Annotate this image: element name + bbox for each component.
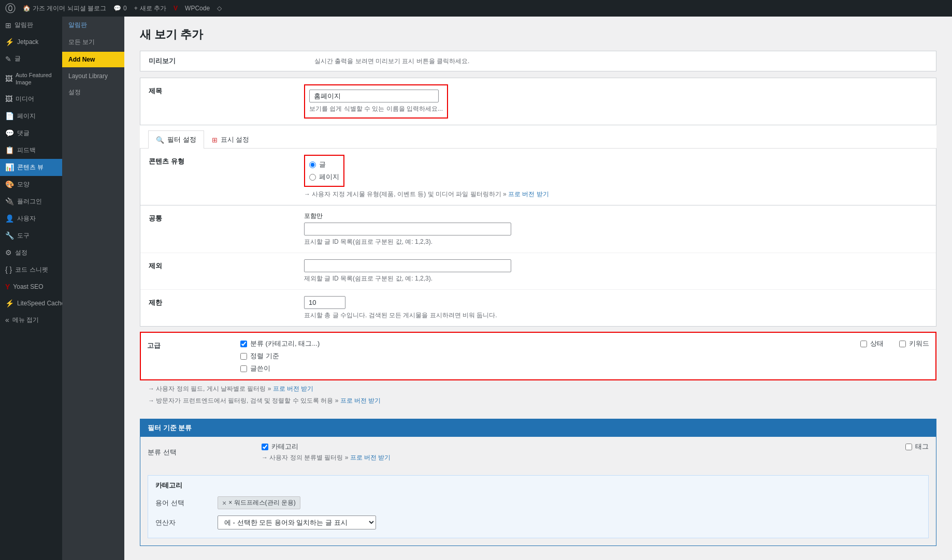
term-label: 용어 선택: [155, 498, 218, 508]
tab-display-settings[interactable]: ⊞ 표시 설정: [204, 130, 257, 149]
sidebar-item-collapse[interactable]: « 메뉴 접기: [0, 312, 62, 329]
content-type-post[interactable]: 글: [309, 160, 339, 169]
advanced-pro-link1[interactable]: 프로 버전 받기: [273, 385, 314, 392]
include-row: 공통 포함만 표시할 글 ID 목록(쉼표로 구분된 값, 예: 1,2,3).: [140, 205, 936, 253]
main-content: 새 보기 추가 미리보기 실시간 출력을 보려면 미리보기 표시 버튼을 클릭하…: [124, 17, 952, 560]
main-sidebar: ⊞ 알림판 ⚡ Jetpack ✎ 글 🖼 Auto Featured Imag…: [0, 17, 62, 560]
exclude-row: 제외 제외할 글 ID 목록(쉼표로 구분된 값, 예: 1,2,3).: [140, 253, 936, 290]
filter-tabs: 🔍 필터 설정 ⊞ 표시 설정: [140, 125, 936, 149]
limit-hint: 표시할 총 글 수입니다. 검색된 모든 게시물을 표시하려면 비워 둡니다.: [304, 311, 928, 320]
exclude-hint: 제외할 글 ID 목록(쉼표로 구분된 값, 예: 1,2,3).: [304, 274, 928, 283]
sub-sidebar-item-layout-library[interactable]: Layout Library: [62, 68, 124, 84]
sidebar-item-dashboard[interactable]: ⊞ 알림판: [0, 17, 62, 34]
sidebar-item-auto-featured-image[interactable]: 🖼 Auto Featured Image: [0, 67, 62, 91]
sidebar-item-litespeed[interactable]: ⚡ LiteSpeed Cache: [0, 295, 62, 312]
title-input[interactable]: [309, 90, 439, 102]
sidebar-item-media[interactable]: 🖼 미디어: [0, 91, 62, 108]
advanced-taxonomy[interactable]: 분류 (카테고리, 태그...): [240, 339, 840, 348]
advanced-pro-hint2: → 방문자가 프런트엔드에서 필터링, 검색 및 정렬할 수 있도록 허용 » …: [148, 396, 928, 405]
pages-icon: 📄: [5, 112, 14, 120]
include-input[interactable]: [304, 223, 511, 235]
advanced-checkbox-group: 분류 (카테고리, 태그...) 정렬 기준 글쓴이: [240, 339, 840, 373]
sidebar-item-posts[interactable]: ✎ 글: [0, 50, 62, 67]
appearance-icon: 🎨: [5, 180, 14, 188]
sidebar-item-appearance[interactable]: 🎨 모양: [0, 176, 62, 193]
include-hint: 표시할 글 ID 목록(쉼표로 구분된 값, 예: 1,2,3).: [304, 238, 928, 246]
content-type-red-border: 글 페이지: [304, 155, 344, 187]
sub-sidebar-item-settings[interactable]: 설정: [62, 84, 124, 101]
auto-featured-icon: 🖼: [5, 75, 12, 83]
advanced-area: 고급 분류 (카테고리, 태그...) 정렬 기준: [140, 327, 936, 414]
category-sub-title: 카테고리: [155, 481, 921, 490]
settings-icon: ⚙: [5, 248, 12, 257]
wp-logo-icon: ⓪: [5, 2, 16, 16]
include-label: 포함만: [304, 212, 928, 220]
yoast-link[interactable]: V: [174, 5, 178, 12]
comments-link[interactable]: 💬 0: [113, 5, 127, 12]
sidebar-item-jetpack[interactable]: ⚡ Jetpack: [0, 34, 62, 50]
content-type-pro-link[interactable]: 프로 버전 받기: [508, 190, 549, 198]
sub-sidebar-item-dashboard[interactable]: 알림판: [62, 17, 124, 34]
sidebar-item-users[interactable]: 👤 사용자: [0, 210, 62, 227]
sidebar-item-code-snippets[interactable]: { } 코드 스니펫: [0, 261, 62, 278]
sub-sidebar-item-add-new[interactable]: Add New: [62, 52, 124, 67]
taxonomy-category-cb[interactable]: 카테고리: [262, 442, 298, 451]
title-red-border: 보기를 쉽게 식별할 수 있는 이름을 입력하세요...: [304, 84, 448, 119]
sidebar-item-tools[interactable]: 🔧 도구: [0, 227, 62, 244]
site-name-link[interactable]: 🏠 가즈 게이머 뇌피셜 블로그: [23, 4, 106, 13]
wpcode-link[interactable]: WPCode: [185, 5, 210, 12]
advanced-keyword[interactable]: 키워드: [899, 339, 929, 348]
tab-filter-settings[interactable]: 🔍 필터 설정: [148, 130, 204, 149]
media-icon: 🖼: [5, 95, 12, 103]
filter-taxonomy-body: 분류 선택 카테고리 태그: [140, 437, 936, 546]
taxonomy-tag-input[interactable]: [905, 444, 912, 450]
taxonomy-category-input[interactable]: [262, 444, 268, 450]
content-type-post-radio[interactable]: [309, 161, 316, 168]
advanced-pro-link2[interactable]: 프로 버전 받기: [340, 397, 381, 404]
wp-logo-link[interactable]: ⓪: [5, 2, 16, 16]
advanced-status[interactable]: 상태: [860, 339, 884, 348]
term-remove-icon[interactable]: ×: [222, 499, 226, 507]
taxonomy-tag-cb[interactable]: 태그: [905, 442, 929, 451]
advanced-author-cb[interactable]: [240, 365, 247, 372]
taxonomy-pro-link[interactable]: 프로 버전 받기: [350, 454, 391, 461]
category-sub-box: 카테고리 용어 선택 × × 워드프레스(관리 운용): [148, 475, 929, 538]
sidebar-item-feedback[interactable]: 📋 피드백: [0, 142, 62, 159]
sidebar-item-plugins[interactable]: 🔌 플러그인: [0, 193, 62, 210]
advanced-author[interactable]: 글쓴이: [240, 364, 840, 373]
exclude-input[interactable]: [304, 259, 511, 272]
sidebar-item-yoast-seo[interactable]: Y Yoast SEO: [0, 278, 62, 295]
sidebar-item-comments[interactable]: 💬 댓글: [0, 125, 62, 142]
sub-sidebar-item-all-views[interactable]: 모든 보기: [62, 34, 124, 51]
taxonomy-selection-row: 분류 선택 카테고리 태그: [140, 437, 936, 468]
content-type-page-radio[interactable]: [309, 174, 316, 181]
new-post-link[interactable]: + 새로 추가: [134, 4, 166, 13]
advanced-sort-cb[interactable]: [240, 353, 247, 360]
diamond-link[interactable]: ◇: [217, 5, 222, 12]
topbar: ⓪ 🏠 가즈 게이머 뇌피셜 블로그 💬 0 + 새로 추가 V WPCode …: [0, 0, 952, 17]
plus-icon: +: [134, 5, 138, 12]
sidebar-item-content-views[interactable]: 📊 콘텐츠 뷰: [0, 159, 62, 176]
dashboard-icon: ⊞: [5, 21, 11, 30]
site-name: 가즈 게이머 뇌피셜 블로그: [33, 4, 106, 13]
taxonomy-pro-hint: → 사용자 정의 분류별 필터링 » 프로 버전 받기: [262, 453, 929, 462]
term-field: × × 워드프레스(관리 운용): [218, 496, 921, 509]
operator-field: 에 - 선택한 모든 용어와 일치하는 글 표시또는 - 선택한 용어 중 하나…: [218, 515, 921, 529]
common-label: 공통: [149, 212, 304, 223]
sidebar-item-settings[interactable]: ⚙ 설정: [0, 244, 62, 261]
sidebar-item-pages[interactable]: 📄 페이지: [0, 108, 62, 125]
litespeed-icon: ⚡: [5, 299, 14, 307]
advanced-label: 고급: [147, 339, 220, 350]
advanced-sort[interactable]: 정렬 기준: [240, 351, 840, 361]
operator-select[interactable]: 에 - 선택한 모든 용어와 일치하는 글 표시또는 - 선택한 용어 중 하나…: [218, 515, 376, 529]
advanced-status-cb[interactable]: [860, 341, 867, 347]
content-type-pro-hint: → 사용자 지정 게시물 유형(제품, 이벤트 등) 및 미디어 파일 필터링하…: [304, 190, 928, 199]
limit-input[interactable]: [304, 296, 345, 309]
content-type-page[interactable]: 페이지: [309, 172, 339, 182]
comments-count: 0: [123, 5, 127, 12]
taxonomy-selection-label: 분류 선택: [148, 448, 262, 457]
preview-label: 미리보기: [149, 56, 304, 66]
advanced-keyword-cb[interactable]: [899, 341, 906, 347]
advanced-taxonomy-cb[interactable]: [240, 341, 247, 347]
content-type-options: 글 페이지: [309, 160, 339, 182]
